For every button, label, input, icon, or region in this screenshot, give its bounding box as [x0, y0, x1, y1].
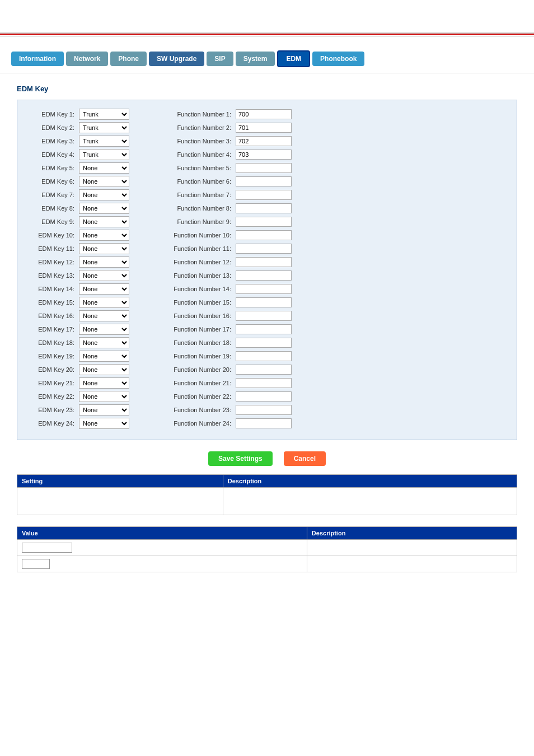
func-input-14[interactable] [236, 284, 292, 294]
func-input-22[interactable] [236, 391, 292, 402]
func-input-7[interactable] [236, 190, 292, 200]
func-label-5: Function Number 5: [163, 165, 236, 171]
func-input-6[interactable] [236, 176, 292, 186]
nav-tab-edm[interactable]: EDM [277, 50, 310, 67]
edm-key-select-10[interactable]: NoneTrunkSpeed DialBLF [79, 230, 129, 241]
func-label-16: Function Number 16: [163, 312, 236, 319]
edm-key-select-9[interactable]: NoneTrunkSpeed DialBLF [79, 216, 129, 227]
func-input-1[interactable] [236, 109, 292, 119]
func-input-5[interactable] [236, 163, 292, 173]
edm-key-select-6[interactable]: NoneTrunkSpeed DialBLF [79, 176, 129, 187]
legend-input-large[interactable] [22, 543, 72, 553]
func-label-17: Function Number 17: [163, 326, 236, 333]
edm-key-select-2[interactable]: NoneTrunkSpeed DialBLF [79, 122, 129, 133]
legend-cell-desc-1 [307, 540, 517, 556]
edm-key-select-17[interactable]: NoneTrunkSpeed DialBLF [79, 324, 129, 335]
save-settings-button[interactable]: Save Settings [208, 451, 273, 466]
edm-key-label-8: EDM Key 8: [29, 205, 79, 212]
edm-key-container: EDM Key 1:NoneTrunkSpeed DialBLFFunction… [17, 100, 517, 440]
func-input-17[interactable] [236, 324, 292, 334]
edm-key-select-23[interactable]: NoneTrunkSpeed DialBLF [79, 404, 129, 416]
nav-tab-phonebook[interactable]: Phonebook [312, 52, 364, 66]
legend-input-small[interactable] [22, 559, 50, 569]
edm-key-select-20[interactable]: NoneTrunkSpeed DialBLF [79, 364, 129, 375]
edm-row-16: EDM Key 16:NoneTrunkSpeed DialBLFFunctio… [29, 310, 505, 321]
edm-row-9: EDM Key 9:NoneTrunkSpeed DialBLFFunction… [29, 216, 505, 227]
edm-row-12: EDM Key 12:NoneTrunkSpeed DialBLFFunctio… [29, 256, 505, 268]
func-input-12[interactable] [236, 257, 292, 267]
func-input-21[interactable] [236, 378, 292, 388]
func-input-3[interactable] [236, 136, 292, 146]
func-input-23[interactable] [236, 405, 292, 415]
func-input-18[interactable] [236, 338, 292, 348]
func-label-14: Function Number 14: [163, 286, 236, 292]
edm-key-select-1[interactable]: NoneTrunkSpeed DialBLF [79, 109, 129, 120]
func-input-8[interactable] [236, 203, 292, 213]
func-label-2: Function Number 2: [163, 124, 236, 131]
edm-row-2: EDM Key 2:NoneTrunkSpeed DialBLFFunction… [29, 122, 505, 133]
func-input-24[interactable] [236, 418, 292, 428]
form-buttons: Save Settings Cancel [17, 451, 517, 466]
nav-tab-network[interactable]: Network [66, 52, 108, 66]
edm-row-5: EDM Key 5:NoneTrunkSpeed DialBLFFunction… [29, 162, 505, 174]
edm-key-select-24[interactable]: NoneTrunkSpeed DialBLF [79, 418, 129, 429]
func-label-22: Function Number 22: [163, 393, 236, 400]
edm-key-label-15: EDM Key 15: [29, 299, 79, 306]
func-input-9[interactable] [236, 217, 292, 227]
legend-row-2 [17, 556, 517, 572]
edm-key-label-20: EDM Key 20: [29, 366, 79, 373]
nav-tab-information[interactable]: Information [11, 52, 64, 66]
func-input-13[interactable] [236, 270, 292, 281]
func-label-1: Function Number 1: [163, 111, 236, 118]
edm-key-select-22[interactable]: NoneTrunkSpeed DialBLF [79, 391, 129, 402]
func-label-3: Function Number 3: [163, 138, 236, 144]
edm-key-label-7: EDM Key 7: [29, 192, 79, 198]
edm-key-label-14: EDM Key 14: [29, 286, 79, 292]
nav-tab-sip[interactable]: SIP [207, 52, 233, 66]
edm-key-select-4[interactable]: NoneTrunkSpeed DialBLF [79, 149, 129, 160]
edm-key-select-11[interactable]: NoneTrunkSpeed DialBLF [79, 243, 129, 254]
main-content: EDM Key EDM Key 1:NoneTrunkSpeed DialBLF… [0, 73, 534, 584]
legend-table: Value Description [17, 526, 517, 572]
func-input-10[interactable] [236, 230, 292, 240]
edm-row-14: EDM Key 14:NoneTrunkSpeed DialBLFFunctio… [29, 283, 505, 295]
edm-key-select-21[interactable]: NoneTrunkSpeed DialBLF [79, 377, 129, 389]
edm-row-21: EDM Key 21:NoneTrunkSpeed DialBLFFunctio… [29, 377, 505, 389]
edm-key-label-18: EDM Key 18: [29, 339, 79, 346]
func-input-20[interactable] [236, 365, 292, 375]
func-input-16[interactable] [236, 311, 292, 321]
func-label-23: Function Number 23: [163, 407, 236, 413]
cancel-button[interactable]: Cancel [284, 451, 326, 466]
func-input-4[interactable] [236, 150, 292, 160]
func-label-19: Function Number 19: [163, 353, 236, 360]
func-input-11[interactable] [236, 244, 292, 254]
section-title: EDM Key [17, 85, 517, 93]
func-input-19[interactable] [236, 351, 292, 361]
func-input-2[interactable] [236, 123, 292, 133]
nav-tab-phone[interactable]: Phone [110, 52, 147, 66]
edm-key-select-12[interactable]: NoneTrunkSpeed DialBLF [79, 256, 129, 268]
edm-row-13: EDM Key 13:NoneTrunkSpeed DialBLFFunctio… [29, 270, 505, 281]
edm-key-select-18[interactable]: NoneTrunkSpeed DialBLF [79, 337, 129, 348]
edm-key-label-16: EDM Key 16: [29, 312, 79, 319]
func-input-15[interactable] [236, 297, 292, 307]
edm-key-select-14[interactable]: NoneTrunkSpeed DialBLF [79, 283, 129, 295]
edm-key-select-7[interactable]: NoneTrunkSpeed DialBLF [79, 189, 129, 200]
edm-key-select-13[interactable]: NoneTrunkSpeed DialBLF [79, 270, 129, 281]
edm-key-select-8[interactable]: NoneTrunkSpeed DialBLF [79, 203, 129, 214]
edm-row-11: EDM Key 11:NoneTrunkSpeed DialBLFFunctio… [29, 243, 505, 254]
help-col-setting: Setting [17, 475, 223, 488]
navigation-bar: InformationNetworkPhoneSW UpgradeSIPSyst… [0, 45, 534, 73]
edm-key-select-16[interactable]: NoneTrunkSpeed DialBLF [79, 310, 129, 321]
edm-key-label-19: EDM Key 19: [29, 353, 79, 360]
edm-row-7: EDM Key 7:NoneTrunkSpeed DialBLFFunction… [29, 189, 505, 200]
legend-col-value: Value [17, 527, 307, 540]
edm-key-select-3[interactable]: NoneTrunkSpeed DialBLF [79, 136, 129, 147]
edm-key-select-19[interactable]: NoneTrunkSpeed DialBLF [79, 351, 129, 362]
edm-key-select-5[interactable]: NoneTrunkSpeed DialBLF [79, 162, 129, 174]
legend-cell-value-2 [17, 556, 307, 572]
edm-key-select-15[interactable]: NoneTrunkSpeed DialBLF [79, 297, 129, 308]
edm-key-label-21: EDM Key 21: [29, 380, 79, 386]
nav-tab-sw_upgrade[interactable]: SW Upgrade [149, 52, 204, 66]
nav-tab-system[interactable]: System [236, 52, 275, 66]
